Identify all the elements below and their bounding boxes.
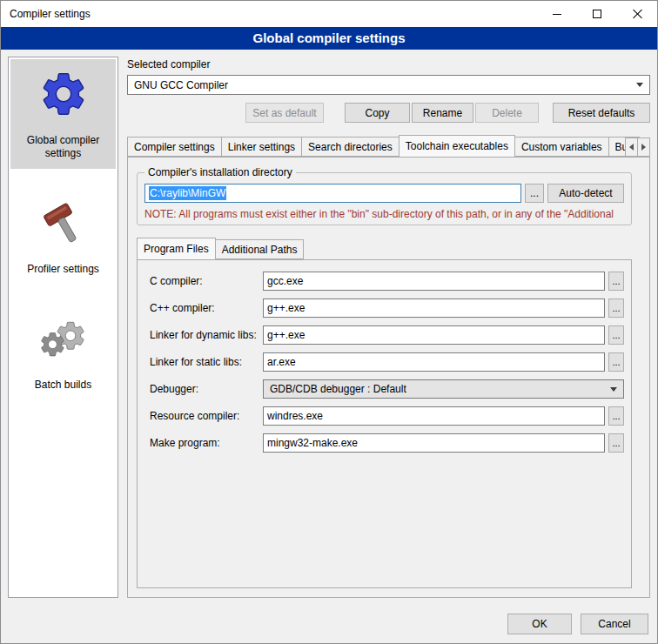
static-linker-label: Linker for static libs: <box>150 356 263 368</box>
browse-button[interactable]: ... <box>525 184 544 203</box>
tab-scroll-left-button[interactable] <box>625 138 638 157</box>
sidebar-item-batch-builds[interactable]: Batch builds <box>10 304 116 400</box>
cancel-button[interactable]: Cancel <box>581 614 648 634</box>
install-dir-groupbox: Compiler's installation directory C:\ray… <box>137 166 632 225</box>
autodetect-button[interactable]: Auto-detect <box>547 184 624 203</box>
note-text: NOTE: All programs must exist either in … <box>144 208 624 220</box>
reset-defaults-button[interactable]: Reset defaults <box>553 103 650 123</box>
install-dir-group-label: Compiler's installation directory <box>144 166 296 178</box>
install-dir-input[interactable]: C:\raylib\MinGW <box>144 184 521 203</box>
selected-compiler-select[interactable]: GNU GCC Compiler <box>127 75 650 95</box>
gear-icon <box>36 66 91 122</box>
toolchain-executables-page: Compiler's installation directory C:\ray… <box>127 157 650 598</box>
browse-button[interactable]: ... <box>608 352 624 372</box>
debugger-label: Debugger: <box>150 383 263 395</box>
program-files-page: C compiler: gcc.exe ... C++ compiler: g+… <box>137 259 632 588</box>
make-program-value: mingw32-make.exe <box>267 437 358 449</box>
close-button[interactable] <box>617 1 657 27</box>
tab-toolchain-executables[interactable]: Toolchain executables <box>399 135 515 158</box>
page-title: Global compiler settings <box>1 27 657 50</box>
tab-compiler-settings[interactable]: Compiler settings <box>127 137 222 157</box>
selected-compiler-label: Selected compiler <box>127 58 650 70</box>
resource-compiler-label: Resource compiler: <box>150 410 263 422</box>
tab-additional-paths[interactable]: Additional Paths <box>215 239 305 259</box>
selected-compiler-value: GNU GCC Compiler <box>134 79 228 91</box>
dynamic-linker-value: g++.exe <box>267 329 305 341</box>
dynamic-linker-label: Linker for dynamic libs: <box>150 329 263 341</box>
dynamic-linker-row: Linker for dynamic libs: g++.exe ... <box>150 325 624 345</box>
browse-button[interactable]: ... <box>608 325 624 345</box>
c-compiler-row: C compiler: gcc.exe ... <box>150 272 624 291</box>
arrow-left-icon <box>629 144 634 151</box>
programs-tabstrip: Program Files Additional Paths <box>137 238 632 259</box>
c-compiler-input[interactable]: gcc.exe <box>263 272 605 291</box>
copy-button[interactable]: Copy <box>345 103 410 123</box>
ok-button[interactable]: OK <box>507 614 572 634</box>
dynamic-linker-input[interactable]: g++.exe <box>263 325 605 345</box>
close-icon <box>632 9 642 19</box>
titlebar: Compiler settings <box>1 1 657 27</box>
sidebar: Global compiler settings Profiler settin… <box>8 57 118 598</box>
gears-icon <box>36 311 91 366</box>
install-dir-row: C:\raylib\MinGW ... Auto-detect <box>144 184 624 203</box>
browse-button[interactable]: ... <box>608 299 624 318</box>
tab-scroll-right-button[interactable] <box>637 138 650 157</box>
dialog-body: Global compiler settings Profiler settin… <box>1 50 657 605</box>
static-linker-value: ar.exe <box>267 356 296 368</box>
minimize-button[interactable] <box>537 1 577 27</box>
sidebar-item-label: Profiler settings <box>27 263 99 276</box>
window-controls <box>537 1 657 27</box>
resource-compiler-row: Resource compiler: windres.exe ... <box>150 406 624 426</box>
tab-linker-settings[interactable]: Linker settings <box>221 137 302 157</box>
browse-button[interactable]: ... <box>608 272 624 291</box>
chevron-down-icon <box>610 387 617 392</box>
static-linker-row: Linker for static libs: ar.exe ... <box>150 352 624 372</box>
browse-button[interactable]: ... <box>608 406 624 426</box>
debugger-row: Debugger: GDB/CDB debugger : Default <box>150 379 624 399</box>
delete-button[interactable]: Delete <box>475 103 539 123</box>
c-compiler-value: gcc.exe <box>267 275 303 287</box>
tab-custom-variables[interactable]: Custom variables <box>514 137 609 157</box>
debugger-select[interactable]: GDB/CDB debugger : Default <box>263 379 624 399</box>
tab-program-files[interactable]: Program Files <box>137 238 216 260</box>
sidebar-item-label: Batch builds <box>35 379 91 392</box>
resource-compiler-value: windres.exe <box>267 410 323 422</box>
static-linker-input[interactable]: ar.exe <box>263 352 605 372</box>
install-dir-value: C:\raylib\MinGW <box>149 186 226 200</box>
c-compiler-label: C compiler: <box>150 275 263 287</box>
maximize-button[interactable] <box>577 1 617 27</box>
rename-button[interactable]: Rename <box>412 103 473 123</box>
sidebar-item-label: Global compiler settings <box>12 134 114 160</box>
window-title: Compiler settings <box>10 8 91 20</box>
chevron-down-icon <box>636 83 643 87</box>
make-program-row: Make program: mingw32-make.exe ... <box>150 433 624 453</box>
tab-search-directories[interactable]: Search directories <box>301 137 400 157</box>
settings-tabstrip: Compiler settings Linker settings Search… <box>127 135 650 157</box>
make-program-input[interactable]: mingw32-make.exe <box>263 433 605 453</box>
browse-button[interactable]: ... <box>608 433 624 453</box>
dialog-footer: OK Cancel <box>1 605 657 643</box>
cpp-compiler-input[interactable]: g++.exe <box>263 299 605 318</box>
cpp-compiler-value: g++.exe <box>267 302 305 314</box>
cpp-compiler-label: C++ compiler: <box>150 302 263 314</box>
tab-scroll-buttons <box>626 138 650 157</box>
compiler-settings-window: Compiler settings Global compiler settin… <box>0 0 658 644</box>
resource-compiler-input[interactable]: windres.exe <box>263 406 605 426</box>
compiler-actions: Set as default Copy Rename Delete Reset … <box>127 103 650 123</box>
main-panel: Selected compiler GNU GCC Compiler Set a… <box>127 57 650 598</box>
minimize-icon <box>553 14 561 15</box>
set-as-default-button[interactable]: Set as default <box>245 103 324 123</box>
sidebar-item-profiler-settings[interactable]: Profiler settings <box>10 188 116 285</box>
debugger-value: GDB/CDB debugger : Default <box>270 383 406 395</box>
sidebar-item-global-compiler-settings[interactable]: Global compiler settings <box>10 59 116 169</box>
maximize-icon <box>593 10 601 18</box>
profiler-icon <box>36 195 91 251</box>
make-program-label: Make program: <box>150 437 263 449</box>
cpp-compiler-row: C++ compiler: g++.exe ... <box>150 299 624 318</box>
arrow-right-icon <box>641 144 646 151</box>
